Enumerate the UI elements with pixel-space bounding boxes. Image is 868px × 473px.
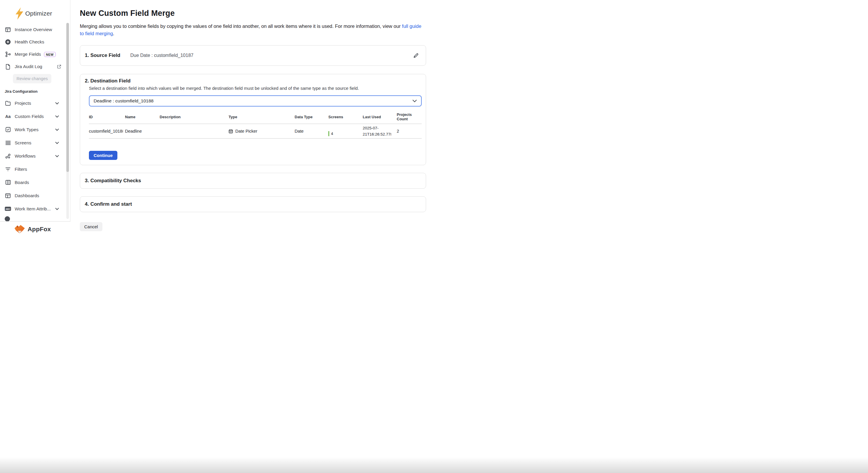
sidebar-item-label: Health Checks [15,39,44,44]
chevron-down-icon [55,155,59,157]
cell-id: customfield_10188 [89,129,123,133]
sidebar-item-label: Screens [15,140,31,146]
column-header-data-type: Data Type [294,115,328,119]
table-header-row: ID Name Description Type Data Type Scree… [89,113,422,124]
sidebar-item-screens[interactable]: Screens [0,136,70,149]
projects-icon [5,100,11,106]
source-field-value: Due Date : customfield_10187 [130,53,193,58]
compatibility-checks-heading: 3. Compatibility Checks [85,178,141,184]
column-header-type: Type [228,115,294,119]
sidebar-item-work-types[interactable]: Work Types [0,123,70,136]
sidebar: Optimizer Instance Overview Health Check… [0,0,70,236]
intro-suffix: . [113,31,115,36]
workflows-icon [5,153,11,159]
table-row[interactable]: customfield_10188 Deadline [89,124,422,139]
confirm-and-start-heading: 4. Confirm and start [85,201,132,207]
new-badge: NEW [44,52,56,57]
cell-type-label: Date Picker [235,129,257,133]
chevron-down-icon [412,99,417,102]
sidebar-nav-jira-configuration: Projects Aa Custom Fields Work Types [0,97,70,215]
sidebar-item-label: Filters [15,167,27,172]
work-item-attributes-icon: ABC [5,206,11,212]
sidebar-item-custom-fields[interactable]: Aa Custom Fields [0,110,70,123]
cancel-button[interactable]: Cancel [80,222,102,231]
appfox-logo-icon [14,224,25,234]
destination-field-heading: 2. Destination Field [85,78,421,84]
edit-source-field-button[interactable] [412,51,420,60]
destination-select-value: Deadline : customfield_10188 [94,98,153,103]
calendar-icon [228,129,233,133]
destination-field-card: 2. Destination Field Select a destinatio… [80,74,426,165]
cell-data-type: Date [294,129,328,133]
work-types-icon [5,126,11,133]
sidebar-scrollbar-thumb[interactable] [66,23,69,172]
screens-count: 4 [331,131,333,136]
dashboards-icon [5,192,11,199]
review-changes-button[interactable]: Review changes [13,74,51,83]
sidebar-item-work-item-attributes[interactable]: ABC Work Item Attrib... [0,202,70,215]
instance-overview-icon [5,26,11,33]
column-header-description: Description [160,115,228,119]
sidebar-item-filters[interactable]: Filters [0,163,70,176]
chevron-down-icon [55,102,59,104]
confirm-and-start-card: 4. Confirm and start [80,196,426,212]
health-checks-icon [5,39,11,45]
sidebar-item-health-checks[interactable]: Health Checks [0,36,70,48]
destination-field-subtitle: Select a destination field into which va… [89,86,421,91]
sidebar-footer: AppFox [0,221,70,236]
intro-text: Merging allows you to combine fields by … [80,24,402,29]
continue-button[interactable]: Continue [89,151,117,160]
cell-projects-count: 2 [397,129,422,133]
screens-icon [5,140,11,146]
column-header-projects-count: Projects Count [397,113,422,121]
column-header-id: ID [89,115,125,119]
sidebar-item-merge-fields[interactable]: Merge Fields NEW [0,48,70,60]
boards-icon [5,179,11,186]
cell-type: Date Picker [228,129,294,133]
destination-field-select[interactable]: Deadline : customfield_10188 [89,95,422,106]
page-title: New Custom Field Merge [80,9,426,18]
cell-name: Deadline [125,129,160,133]
sidebar-item-partial-icon [5,216,10,222]
app-name: Optimizer [25,10,52,17]
sidebar-item-label: Custom Fields [15,114,44,119]
filters-icon [5,166,11,172]
sidebar-item-label: Projects [15,101,31,106]
external-link-icon[interactable] [57,65,61,69]
sidebar-item-instance-overview[interactable]: Instance Overview [0,24,70,36]
chevron-down-icon [55,115,59,118]
sidebar-nav-top: Instance Overview Health Checks Merge Fi… [0,24,70,83]
chevron-down-icon [55,208,59,210]
sidebar-item-label: Work Types [15,127,38,132]
sidebar-item-dashboards[interactable]: Dashboards [0,189,70,202]
chevron-down-icon [55,128,59,131]
sidebar-item-label: Dashboards [15,193,39,198]
sidebar-item-jira-audit-log[interactable]: Jira Audit Log [0,60,70,73]
column-header-last-used: Last Used [363,115,397,119]
app-logo: Optimizer [0,0,70,21]
sidebar-item-boards[interactable]: Boards [0,176,70,189]
page-intro: Merging allows you to combine fields by … [80,23,426,37]
lightning-bolt-icon [15,7,24,20]
pencil-icon [413,53,419,58]
screens-meter-bar [328,131,329,136]
sidebar-section-jira-configuration: Jira Configuration [5,89,70,94]
jira-audit-log-icon [5,63,11,70]
appfox-brand-name: AppFox [28,226,51,233]
svg-text:ABC: ABC [6,208,10,210]
compatibility-checks-card: 3. Compatibility Checks [80,173,426,189]
sidebar-item-label: Work Item Attrib... [15,206,51,212]
sidebar-item-label: Instance Overview [15,27,52,32]
column-header-name: Name [125,115,160,119]
sidebar-item-projects[interactable]: Projects [0,97,70,110]
source-field-heading: 1. Source Field [85,53,120,58]
column-header-screens: Screens [328,115,363,119]
sidebar-item-label: Workflows [15,154,35,159]
sidebar-item-label: Jira Audit Log [15,64,42,69]
source-field-card: 1. Source Field Due Date : customfield_1… [80,45,426,66]
merge-fields-icon [5,51,11,58]
chevron-down-icon [55,142,59,144]
sidebar-item-workflows[interactable]: Workflows [0,149,70,163]
main-content: New Custom Field Merge Merging allows yo… [70,0,434,236]
sidebar-item-label: Merge Fields [15,52,41,57]
